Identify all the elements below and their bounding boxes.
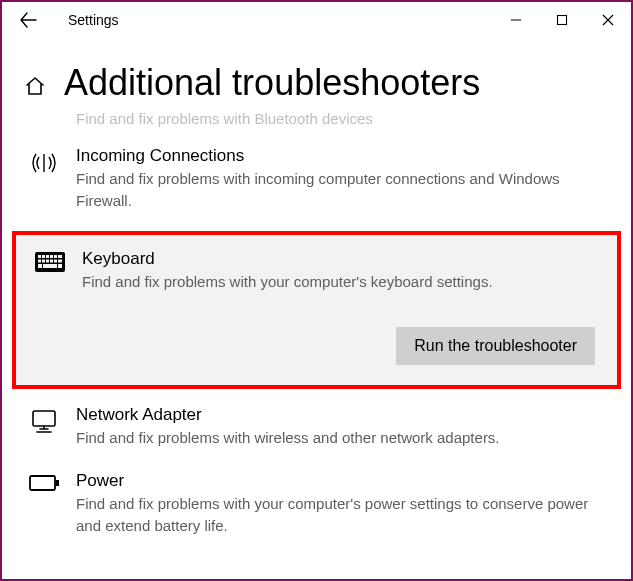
maximize-button[interactable]: [539, 2, 585, 38]
svg-rect-2: [38, 255, 41, 258]
item-incoming-connections[interactable]: Incoming Connections Find and fix proble…: [10, 136, 623, 224]
titlebar: Settings: [2, 2, 631, 38]
keyboard-icon: [30, 249, 70, 293]
item-desc: Find and fix problems with your computer…: [76, 493, 609, 537]
close-icon: [602, 14, 614, 26]
svg-rect-17: [33, 411, 55, 426]
svg-rect-13: [58, 260, 62, 263]
svg-rect-3: [42, 255, 45, 258]
svg-rect-11: [50, 260, 53, 263]
svg-rect-5: [50, 255, 53, 258]
svg-rect-9: [42, 260, 45, 263]
svg-rect-16: [58, 264, 62, 268]
incoming-connections-icon: [24, 146, 64, 178]
item-title: Incoming Connections: [76, 146, 609, 166]
svg-rect-4: [46, 255, 49, 258]
svg-rect-14: [38, 264, 42, 268]
maximize-icon: [556, 14, 568, 26]
item-title: Keyboard: [82, 249, 599, 269]
page-title: Additional troubleshooters: [64, 62, 480, 104]
item-desc: Find and fix problems with your computer…: [82, 271, 599, 293]
page-header: Additional troubleshooters: [2, 38, 631, 108]
svg-rect-0: [558, 16, 567, 25]
window-title: Settings: [68, 12, 119, 28]
svg-rect-8: [38, 260, 41, 263]
home-icon-svg: [24, 75, 46, 97]
item-desc: Find and fix problems with wireless and …: [76, 427, 609, 449]
back-button[interactable]: [8, 2, 48, 38]
home-icon[interactable]: [24, 75, 46, 97]
item-title: Network Adapter: [76, 405, 609, 425]
svg-rect-6: [54, 255, 57, 258]
item-power[interactable]: Power Find and fix problems with your co…: [10, 461, 623, 549]
item-title: Power: [76, 471, 609, 491]
svg-rect-10: [46, 260, 49, 263]
svg-rect-7: [58, 255, 62, 258]
svg-rect-15: [43, 264, 57, 268]
troubleshooter-list: Find and fix problems with Bluetooth dev…: [2, 108, 631, 548]
item-desc: Find and fix problems with incoming comp…: [76, 168, 609, 212]
bluetooth-icon: [24, 108, 64, 110]
back-arrow-icon: [19, 11, 37, 29]
item-desc: Find and fix problems with Bluetooth dev…: [76, 108, 609, 130]
svg-rect-12: [54, 260, 57, 263]
window-controls: [493, 2, 631, 38]
item-keyboard[interactable]: Keyboard Find and fix problems with your…: [16, 235, 617, 385]
minimize-icon: [510, 14, 522, 26]
settings-window: Settings Additional troubleshooters: [0, 0, 633, 581]
item-network-adapter[interactable]: Network Adapter Find and fix problems wi…: [10, 395, 623, 461]
item-bluetooth[interactable]: Find and fix problems with Bluetooth dev…: [10, 108, 623, 136]
svg-rect-19: [56, 480, 59, 486]
power-icon: [24, 471, 64, 493]
svg-rect-18: [30, 476, 55, 490]
network-adapter-icon: [24, 405, 64, 437]
close-button[interactable]: [585, 2, 631, 38]
highlight-box: Keyboard Find and fix problems with your…: [12, 231, 621, 389]
minimize-button[interactable]: [493, 2, 539, 38]
run-troubleshooter-button[interactable]: Run the troubleshooter: [396, 327, 595, 365]
